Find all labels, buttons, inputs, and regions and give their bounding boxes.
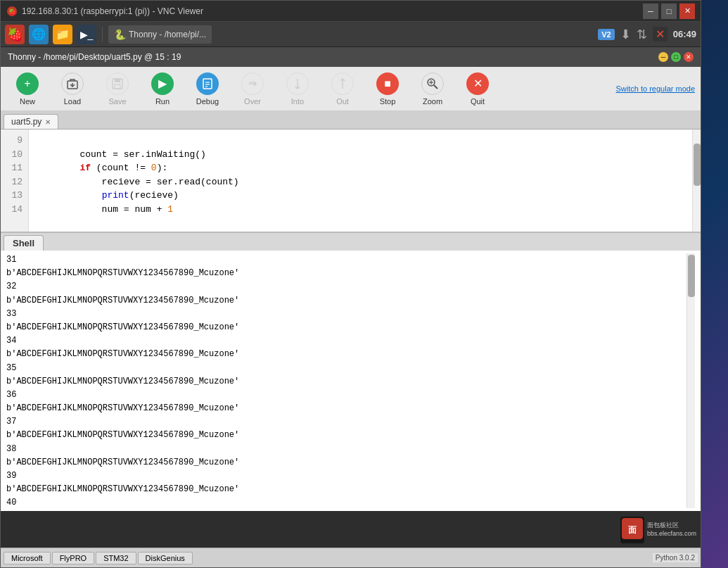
editor-tab-bar: uart5.py ✕: [1, 111, 701, 130]
taskbar-globe-icon[interactable]: 🌐: [29, 25, 49, 44]
into-button[interactable]: Into: [276, 70, 319, 108]
taskbar-microsoft-button[interactable]: Microsoft: [4, 552, 51, 564]
debug-icon: [196, 72, 219, 95]
shell-line-2: b'ABCDEFGHIJKLMNOPQRSTUVWXY1234567890_Mc…: [6, 267, 687, 280]
out-icon: [331, 72, 354, 95]
thonny-app-icon: 🐍: [114, 29, 126, 40]
shell-line-14: b'ABCDEFGHIJKLMNOPQRSTUVWXY1234567890_Mc…: [6, 429, 687, 442]
taskbar-thonny-button[interactable]: 🐍 Thonny - /home/pi/...: [108, 25, 212, 44]
shell-scrollbar[interactable]: [687, 253, 695, 508]
load-label: Load: [64, 97, 81, 106]
out-label: Out: [336, 97, 349, 106]
line-num-9: 9: [6, 134, 23, 148]
disconnect-icon[interactable]: ✕: [653, 27, 668, 42]
taskbar-terminal-icon[interactable]: ▶_: [77, 25, 96, 44]
shell-line-13: 37: [6, 415, 687, 429]
save-button[interactable]: Save: [96, 70, 139, 108]
maximize-button[interactable]: □: [661, 4, 677, 19]
shell-line-4: b'ABCDEFGHIJKLMNOPQRSTUVWXY1234567890_Mc…: [6, 294, 687, 308]
watermark-area: 面 面包板社区bbs.elecfans.com: [620, 517, 696, 543]
code-line-9: [36, 134, 685, 148]
quit-icon: ✕: [466, 72, 489, 95]
debug-button[interactable]: Debug: [186, 70, 229, 108]
run-button[interactable]: ▶ Run: [141, 70, 184, 108]
taskbar-stm32-button[interactable]: STM32: [96, 552, 136, 564]
svg-rect-6: [115, 84, 120, 89]
out-button[interactable]: Out: [321, 70, 364, 108]
mcuzone-logo-icon: 面: [622, 518, 643, 539]
thonny-maximize-button[interactable]: □: [671, 52, 681, 62]
svg-rect-5: [115, 79, 120, 82]
watermark-text: 面包板社区bbs.elecfans.com: [647, 522, 696, 538]
thonny-app-label: Thonny - /home/pi/...: [129, 30, 206, 39]
line-num-12: 12: [6, 175, 23, 189]
run-label: Run: [155, 97, 170, 106]
code-line-12: recieve = ser.read(count): [36, 175, 685, 189]
quit-button[interactable]: ✕ Quit: [456, 70, 499, 108]
shell-line-1: 31: [6, 253, 687, 267]
shell-tab[interactable]: Shell: [4, 235, 44, 251]
shell-content: 31 b'ABCDEFGHIJKLMNOPQRSTUVWXY1234567890…: [1, 251, 701, 511]
vnc-v2-badge: V2: [598, 29, 614, 40]
shell-panel: Shell 31 b'ABCDEFGHIJKLMNOPQRSTUVWXY1234…: [1, 232, 701, 511]
tab-close-icon[interactable]: ✕: [45, 118, 51, 126]
quit-label: Quit: [471, 97, 485, 106]
new-button[interactable]: + New: [6, 70, 49, 108]
taskbar-flypro-button[interactable]: FlyPRO: [52, 552, 95, 564]
over-button[interactable]: Over: [231, 70, 274, 108]
transfer-icon[interactable]: ⇅: [637, 27, 647, 42]
shell-line-18: b'ABCDEFGHIJKLMNOPQRSTUVWXY1234567890_Mc…: [6, 483, 687, 496]
editor-scrollbar[interactable]: [692, 130, 701, 232]
shell-line-19: 40: [6, 496, 687, 508]
taskbar-diskgenius-button[interactable]: DiskGenius: [138, 552, 193, 564]
over-icon: [241, 72, 264, 95]
window-controls: ─ □ ✕: [643, 4, 695, 19]
shell-line-17: 39: [6, 469, 687, 483]
code-line-14: num = num + 1: [36, 203, 685, 217]
shell-scrollbar-thumb[interactable]: [688, 255, 695, 297]
shell-line-5: 33: [6, 308, 687, 321]
shell-line-15: 38: [6, 443, 687, 456]
new-icon: +: [16, 72, 39, 95]
vnc-taskbar: 🍓 🌐 📁 ▶_ 🐍 Thonny - /home/pi/... V2 ⬇ ⇅ …: [1, 22, 701, 47]
stop-button[interactable]: ■ Stop: [366, 70, 409, 108]
shell-line-9: 35: [6, 362, 687, 375]
shell-line-16: b'ABCDEFGHIJKLMNOPQRSTUVWXY1234567890_Mc…: [6, 456, 687, 469]
shell-output: 31 b'ABCDEFGHIJKLMNOPQRSTUVWXY1234567890…: [6, 253, 687, 508]
editor-scrollbar-thumb[interactable]: [694, 144, 701, 186]
save-label: Save: [108, 97, 126, 106]
code-editor[interactable]: 9 10 11 12 13 14 count = ser.inWaiting()…: [1, 130, 701, 232]
zoom-button[interactable]: Zoom: [411, 70, 454, 108]
shell-line-10: b'ABCDEFGHIJKLMNOPQRSTUVWXY1234567890_Mc…: [6, 375, 687, 389]
vnc-title-bar: 🍓 192.168.8.30:1 (raspberrypi:1 (pi)) - …: [1, 1, 701, 22]
stop-label: Stop: [380, 97, 396, 106]
download-icon[interactable]: ⬇: [620, 27, 631, 42]
svg-text:🍓: 🍓: [8, 8, 17, 16]
into-label: Into: [291, 97, 304, 106]
thonny-title-text: Thonny - /home/pi/Desktop/uart5.py @ 15 …: [8, 52, 181, 62]
shell-line-12: b'ABCDEFGHIJKLMNOPQRSTUVWXY1234567890_Mc…: [6, 402, 687, 415]
raspberry-pi-icon: 🍓: [6, 6, 18, 17]
load-icon: [61, 72, 84, 95]
tab-label: uart5.py: [11, 117, 41, 127]
save-icon: [106, 72, 129, 95]
taskbar-raspberry-icon[interactable]: 🍓: [5, 25, 25, 44]
watermark-logo: 面: [620, 517, 644, 543]
code-line-10: count = ser.inWaiting(): [36, 148, 685, 162]
line-num-14: 14: [6, 203, 23, 217]
zoom-label: Zoom: [423, 97, 442, 106]
close-button[interactable]: ✕: [679, 4, 695, 19]
thonny-application: Thonny - /home/pi/Desktop/uart5.py @ 15 …: [1, 47, 701, 511]
code-content[interactable]: count = ser.inWaiting() if (count != 0):…: [29, 130, 692, 232]
code-line-13: print(recieve): [36, 189, 685, 203]
shell-line-6: b'ABCDEFGHIJKLMNOPQRSTUVWXY1234567890_Mc…: [6, 321, 687, 334]
thonny-close-button[interactable]: ✕: [684, 52, 694, 62]
taskbar-folder-icon[interactable]: 📁: [53, 25, 72, 44]
clock-display: 06:49: [673, 29, 696, 39]
switch-mode-button[interactable]: Switch to regular mode: [616, 84, 696, 94]
line-num-11: 11: [6, 161, 23, 175]
thonny-minimize-button[interactable]: ─: [658, 52, 668, 62]
minimize-button[interactable]: ─: [643, 4, 658, 19]
file-tab[interactable]: uart5.py ✕: [4, 114, 58, 129]
load-button[interactable]: Load: [51, 70, 94, 108]
